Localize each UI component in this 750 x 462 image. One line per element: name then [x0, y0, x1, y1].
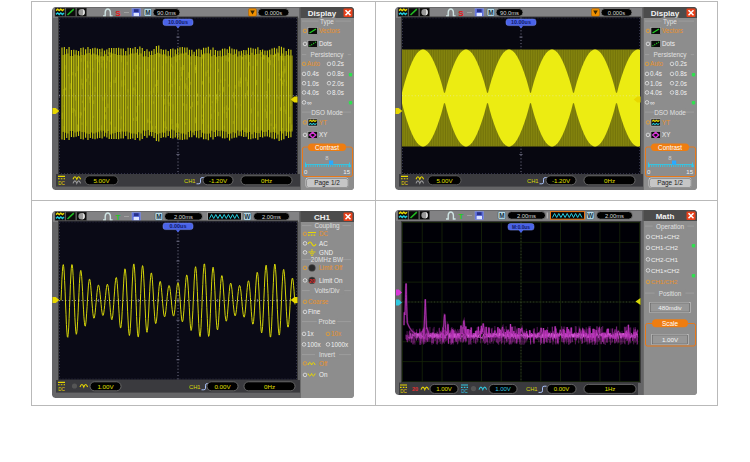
svg-text:0.8s: 0.8s — [675, 70, 687, 77]
svg-text:-1.20V: -1.20V — [209, 177, 228, 184]
svg-text:DSO Mode: DSO Mode — [654, 109, 686, 116]
svg-text:Dots: Dots — [319, 40, 332, 47]
svg-text:Contrast: Contrast — [658, 144, 682, 151]
svg-text:M: M — [156, 213, 161, 220]
svg-text:2.0s: 2.0s — [332, 80, 344, 87]
svg-text:20: 20 — [412, 386, 418, 392]
svg-text:1Hz: 1Hz — [605, 386, 616, 392]
svg-text:4.0s: 4.0s — [307, 89, 319, 96]
svg-text:20: 20 — [309, 278, 315, 284]
svg-text:Fine: Fine — [308, 308, 321, 315]
svg-text:∞: ∞ — [307, 99, 312, 106]
svg-text:Vectors: Vectors — [319, 27, 340, 34]
svg-text:CH2-CH1: CH2-CH1 — [651, 256, 678, 263]
svg-text:1.0s: 1.0s — [650, 80, 662, 87]
svg-text:0Hz: 0Hz — [261, 177, 272, 184]
svg-text:0.4s: 0.4s — [307, 70, 319, 77]
svg-text:20MHz BW: 20MHz BW — [311, 256, 344, 263]
svg-text:Volts/Div: Volts/Div — [315, 287, 341, 294]
svg-text:5.00V: 5.00V — [436, 177, 453, 184]
svg-text:CH1: CH1 — [314, 213, 331, 222]
svg-text:1.00V: 1.00V — [662, 336, 679, 343]
svg-text:90.0ms: 90.0ms — [500, 10, 519, 16]
svg-text:Persistency: Persistency — [310, 51, 344, 59]
svg-text:XY: XY — [662, 131, 671, 138]
svg-text:0Hz: 0Hz — [604, 177, 615, 184]
svg-text:DC: DC — [58, 181, 65, 186]
svg-text:10x: 10x — [331, 330, 342, 337]
svg-text:YT: YT — [662, 119, 670, 126]
svg-text:AC: AC — [319, 240, 328, 247]
svg-text:Display: Display — [651, 9, 680, 18]
svg-text:0.00V: 0.00V — [554, 386, 570, 392]
svg-text:2.00ms: 2.00ms — [174, 214, 193, 220]
svg-text:CH1: CH1 — [527, 178, 539, 184]
svg-text:DC: DC — [461, 389, 468, 394]
svg-text:Page 1/2: Page 1/2 — [314, 179, 340, 187]
svg-text:8.0s: 8.0s — [675, 89, 687, 96]
svg-text:Type: Type — [320, 18, 334, 26]
svg-text:15: 15 — [686, 169, 693, 175]
svg-text:CH1/CH2: CH1/CH2 — [651, 278, 678, 285]
svg-text:Vectors: Vectors — [662, 27, 683, 34]
svg-text:Contrast: Contrast — [315, 144, 339, 151]
svg-text:0.2s: 0.2s — [675, 60, 687, 67]
svg-text:0.000s: 0.000s — [608, 10, 626, 16]
svg-text:∞: ∞ — [650, 99, 655, 106]
svg-text:DC: DC — [401, 181, 408, 186]
svg-text:Off: Off — [319, 360, 328, 367]
svg-text:1000x: 1000x — [331, 341, 349, 348]
svg-text:0.00us: 0.00us — [170, 223, 187, 229]
svg-text:0.00V: 0.00V — [214, 383, 231, 390]
svg-text:CH1×CH2: CH1×CH2 — [651, 267, 680, 274]
svg-text:4.0s: 4.0s — [650, 89, 662, 96]
svg-text:Probe: Probe — [318, 318, 335, 325]
svg-text:0.000s: 0.000s — [265, 10, 283, 16]
svg-text:5.00V: 5.00V — [93, 177, 110, 184]
svg-text:XY: XY — [319, 131, 328, 138]
svg-text:YT: YT — [319, 119, 327, 126]
svg-text:CH1: CH1 — [184, 178, 196, 184]
svg-text:1.0s: 1.0s — [307, 80, 319, 87]
svg-text:Page 1/2: Page 1/2 — [657, 179, 683, 187]
svg-text:Position: Position — [659, 290, 682, 297]
svg-text:Auto: Auto — [650, 60, 663, 67]
svg-text:M: M — [145, 9, 150, 16]
svg-text:Invert: Invert — [319, 351, 335, 358]
svg-text:GND: GND — [319, 249, 333, 256]
svg-text:90.0ms: 90.0ms — [157, 10, 176, 16]
svg-text:0Hz: 0Hz — [264, 383, 275, 390]
svg-text:Dots: Dots — [662, 40, 675, 47]
svg-text:1.00V: 1.00V — [436, 386, 452, 392]
svg-text:CH1+CH2: CH1+CH2 — [651, 233, 680, 240]
svg-text:2.00ms: 2.00ms — [517, 213, 536, 219]
svg-text:Type: Type — [663, 18, 677, 26]
svg-text:1.00V: 1.00V — [495, 386, 511, 392]
svg-text:M: M — [499, 212, 504, 219]
svg-text:1x: 1x — [307, 330, 315, 337]
svg-text:480mdiv: 480mdiv — [658, 304, 682, 311]
svg-text:-1.20V: -1.20V — [552, 177, 571, 184]
svg-text:0.4s: 0.4s — [650, 70, 662, 77]
svg-text:Operation: Operation — [656, 223, 685, 231]
svg-text:W: W — [587, 212, 594, 219]
svg-text:Persistency: Persistency — [653, 51, 687, 59]
svg-text:Display: Display — [308, 9, 337, 18]
svg-text:Coupling: Coupling — [314, 222, 340, 230]
svg-text:M: M — [488, 9, 493, 16]
svg-text:10.00us: 10.00us — [168, 19, 188, 25]
svg-text:Auto: Auto — [307, 60, 320, 67]
svg-text:Math: Math — [656, 212, 675, 221]
svg-text:10.00us: 10.00us — [511, 19, 531, 25]
svg-text:M:0.0us: M:0.0us — [512, 225, 530, 230]
svg-text:Limit On: Limit On — [319, 277, 343, 284]
svg-text:8.0s: 8.0s — [332, 89, 344, 96]
svg-text:DC: DC — [400, 389, 407, 394]
svg-text:100x: 100x — [307, 341, 322, 348]
svg-text:CH1-CH2: CH1-CH2 — [651, 244, 678, 251]
svg-text:2.00ms: 2.00ms — [262, 214, 281, 220]
svg-text:T: T — [459, 212, 464, 221]
svg-text:15: 15 — [343, 169, 350, 175]
svg-text:W: W — [244, 213, 251, 220]
svg-text:On: On — [319, 371, 328, 378]
